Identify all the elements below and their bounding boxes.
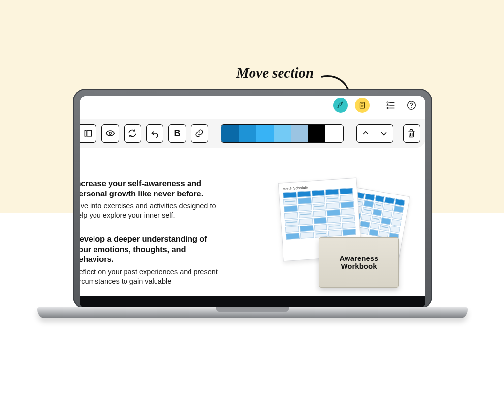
swatch-3[interactable] <box>256 125 274 142</box>
topbar-divider <box>377 99 377 111</box>
promo-canvas: Move section <box>0 0 504 420</box>
svg-point-0 <box>341 103 342 104</box>
move-down-button[interactable] <box>375 124 393 143</box>
help-button[interactable] <box>405 98 418 112</box>
swatch-4[interactable] <box>274 125 291 142</box>
laptop-base <box>73 296 432 317</box>
body-1[interactable]: Dive into exercises and activities desig… <box>80 201 226 220</box>
svg-point-12 <box>411 107 412 108</box>
color-swatch-strip <box>221 124 343 143</box>
move-up-button[interactable] <box>356 124 375 143</box>
refresh-button[interactable] <box>124 124 141 143</box>
rocket-button[interactable] <box>333 98 348 113</box>
refresh-icon <box>127 129 137 138</box>
annotation-label: Move section <box>236 65 314 81</box>
workbook-box: Awareness Workbook <box>319 237 399 288</box>
chevron-down-icon <box>379 129 389 138</box>
undo-button[interactable] <box>146 124 163 143</box>
heading-2[interactable]: Develop a deeper understanding of your e… <box>80 234 226 264</box>
chevron-up-icon <box>361 129 371 138</box>
leftbar-button[interactable] <box>80 124 96 143</box>
link-icon <box>194 129 204 138</box>
preview-button[interactable] <box>101 124 119 143</box>
undo-icon <box>150 129 160 138</box>
laptop-mockup: B <box>73 89 432 329</box>
checklist-button[interactable] <box>384 98 398 112</box>
workbook-illustration: March Schedule <box>274 183 416 296</box>
svg-point-5 <box>387 102 388 103</box>
list-icon <box>385 100 396 111</box>
body-2[interactable]: Reflect on your past experiences and pre… <box>80 267 226 286</box>
text-column: Increase your self-awareness and persona… <box>80 178 226 300</box>
laptop-lid: B <box>73 89 432 309</box>
swatch-5[interactable] <box>291 125 308 142</box>
page-button[interactable] <box>355 98 370 113</box>
top-app-bar <box>80 96 425 115</box>
rocket-icon <box>336 101 345 110</box>
svg-rect-13 <box>85 130 86 136</box>
svg-point-7 <box>387 104 388 106</box>
bold-button[interactable]: B <box>168 124 186 143</box>
help-icon <box>406 100 417 111</box>
swatch-1[interactable] <box>221 125 239 142</box>
svg-rect-14 <box>87 130 91 136</box>
editor-toolbar: B <box>80 119 425 148</box>
leftbar-icon <box>83 129 93 138</box>
app-screen: B <box>80 96 425 301</box>
svg-point-9 <box>387 107 388 109</box>
link-button[interactable] <box>191 124 208 143</box>
swatch-6[interactable] <box>308 125 325 142</box>
page-content[interactable]: Increase your self-awareness and persona… <box>80 151 425 301</box>
svg-point-15 <box>109 132 111 134</box>
page-icon <box>358 101 367 110</box>
delete-button[interactable] <box>403 124 420 143</box>
move-section-group <box>356 124 393 143</box>
trash-icon <box>407 129 416 138</box>
swatch-2[interactable] <box>239 125 256 142</box>
heading-1[interactable]: Increase your self-awareness and persona… <box>80 178 226 198</box>
workbook-title: Awareness Workbook <box>340 255 378 271</box>
swatch-7[interactable] <box>325 125 343 142</box>
eye-icon <box>105 129 115 138</box>
